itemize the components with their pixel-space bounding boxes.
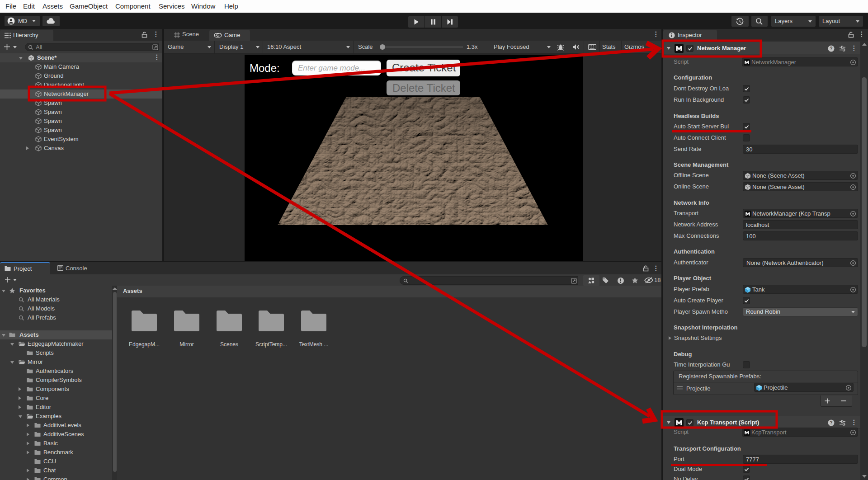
svg-text:?: ?	[830, 420, 832, 425]
svg-text:?: ?	[830, 46, 832, 51]
